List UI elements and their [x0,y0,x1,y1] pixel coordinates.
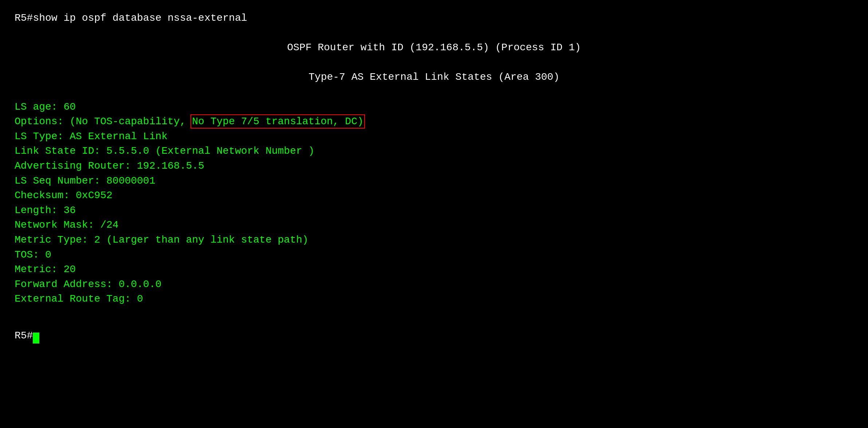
options-prefix: Options: (No TOS-capability, [15,116,192,127]
metric-text: Metric: 20 [15,264,76,275]
length-line: Length: 36 [15,203,853,218]
prompt-line[interactable]: R5# [15,329,853,343]
adv-router-line: Advertising Router: 192.168.5.5 [15,159,853,174]
blank-1 [15,26,853,41]
ls-age-text: LS age: 60 [15,101,76,113]
blank-4 [15,307,853,322]
section-header: Type-7 AS External Link States (Area 300… [15,70,853,85]
link-state-id-line: Link State ID: 5.5.5.0 (External Network… [15,144,853,159]
ospf-header: OSPF Router with ID (192.168.5.5) (Proce… [15,40,853,55]
metric-line: Metric: 20 [15,262,853,277]
options-highlighted: No Type 7/5 translation, DC) [192,116,363,127]
external-route-tag-text: External Route Tag: 0 [15,293,143,305]
blank-3 [15,85,853,100]
ls-age-line: LS age: 60 [15,100,853,115]
link-state-id-text: Link State ID: 5.5.5.0 (External Network… [15,145,314,157]
tos-line: TOS: 0 [15,248,853,263]
checksum-text: Checksum: 0xC952 [15,190,113,201]
ls-seq-text: LS Seq Number: 80000001 [15,175,155,186]
prompt-text: R5# [15,330,33,341]
blank-2 [15,55,853,70]
length-text: Length: 36 [15,205,76,216]
forward-address-line: Forward Address: 0.0.0.0 [15,277,853,292]
external-route-tag-line: External Route Tag: 0 [15,292,853,307]
terminal-window: R5#show ip ospf database nssa-external O… [15,11,853,343]
network-mask-text: Network Mask: /24 [15,219,119,231]
tos-text: TOS: 0 [15,249,51,260]
ls-type-text: LS Type: AS External Link [15,131,168,142]
ls-type-line: LS Type: AS External Link [15,129,853,144]
network-mask-line: Network Mask: /24 [15,218,853,233]
cursor-block [33,333,39,343]
adv-router-text: Advertising Router: 192.168.5.5 [15,160,204,172]
metric-type-line: Metric Type: 2 (Larger than any link sta… [15,233,853,248]
ls-seq-line: LS Seq Number: 80000001 [15,174,853,189]
checksum-line: Checksum: 0xC952 [15,188,853,203]
command-line: R5#show ip ospf database nssa-external [15,11,853,26]
metric-type-text: Metric Type: 2 (Larger than any link sta… [15,234,309,246]
forward-address-text: Forward Address: 0.0.0.0 [15,279,161,290]
options-line: Options: (No TOS-capability, No Type 7/5… [15,114,853,129]
